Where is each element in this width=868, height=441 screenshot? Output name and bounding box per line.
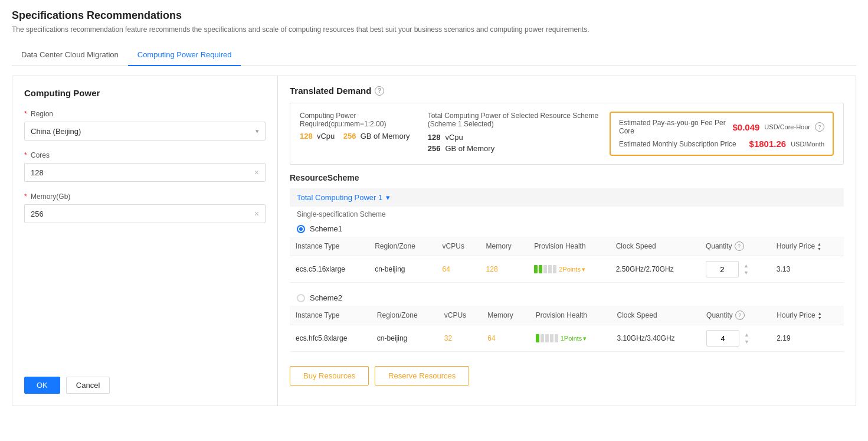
scheme1-col-memory: Memory [480, 237, 529, 256]
clear-cores-icon[interactable]: × [254, 168, 259, 177]
scheme2-name: Scheme2 [310, 293, 342, 302]
left-panel: Computing Power * Region ▾ * Cores [12, 76, 278, 406]
scheme2-col-hourly-price: Hourly Price ▲ ▼ [771, 306, 844, 325]
scheme-title: Total Computing Power of Selected Resour… [428, 112, 610, 128]
scheme1-instance-type: ecs.c5.16xlarge [290, 256, 369, 283]
paygo-unit: USD/Core-Hour [764, 123, 810, 130]
monthly-label: Estimated Monthly Subscription Price [619, 140, 745, 148]
paygo-row: Estimated Pay-as-you-go Fee Per Core $0.… [619, 119, 824, 135]
sort2-icon[interactable]: ▲ ▼ [818, 311, 822, 320]
quantity2-info-icon[interactable]: ? [735, 311, 745, 320]
scheme1-hourly-price: 3.13 [771, 256, 844, 283]
pricing-box: Estimated Pay-as-you-go Fee Per Core $0.… [610, 112, 834, 156]
scheme1-region-zone: cn-beijing [369, 256, 436, 283]
qty1-down-arrow[interactable]: ▼ [743, 270, 749, 276]
region-label: * Region [24, 110, 266, 118]
scheme2-quantity-cell: ▲ ▼ [700, 325, 771, 352]
bottom-actions: Buy Resources Reserve Resources [290, 359, 844, 388]
scheme1-memory: 128 [480, 256, 529, 283]
scheme2-memory: 64 [482, 325, 529, 352]
health1-label[interactable]: 2Points ▾ [559, 266, 585, 273]
paygo-label: Estimated Pay-as-you-go Fee Per Core [619, 119, 728, 135]
chevron-down-icon: ▾ [256, 128, 259, 135]
scheme1-table: Instance Type Region/Zone vCPUs Memory P… [290, 237, 844, 283]
scheme1-col-vcpus: vCPUs [437, 237, 480, 256]
region-field: * Region ▾ [24, 110, 266, 141]
memory-input[interactable]: × [24, 204, 266, 223]
qty2-down-arrow[interactable]: ▼ [744, 339, 749, 345]
scheme1-name: Scheme1 [310, 224, 342, 233]
scheme1-radio[interactable] [297, 225, 305, 233]
quantity1-info-icon[interactable]: ? [735, 241, 744, 251]
clear-memory-icon[interactable]: × [254, 209, 259, 218]
memory-input-field[interactable] [31, 210, 236, 218]
scheme1-col-hourly-price: Hourly Price ▲ ▼ [771, 237, 844, 256]
cores-label: * Cores [24, 151, 266, 159]
chevron-down-group-icon: ▾ [386, 193, 390, 202]
page-subtitle: The specifications recommendation featur… [12, 25, 856, 34]
scheme1-table-header: Instance Type Region/Zone vCPUs Memory P… [290, 237, 844, 256]
reserve-resources-button[interactable]: Reserve Resources [375, 366, 469, 386]
cores-input-field[interactable] [31, 168, 236, 177]
main-content: Computing Power * Region ▾ * Cores [12, 76, 856, 406]
paygo-price: $0.049 [732, 122, 759, 132]
qty2-up-arrow[interactable]: ▲ [744, 332, 749, 338]
cores-input[interactable]: × [24, 163, 266, 182]
selected-vcpu-unit: vCpu [445, 133, 463, 142]
scheme1-option: Scheme1 [290, 221, 844, 237]
monthly-unit: USD/Month [791, 141, 824, 148]
buy-resources-button[interactable]: Buy Resources [290, 366, 369, 386]
page-title: Specifications Recommendations [12, 9, 856, 22]
demand-box: Computing Power Required(cpu:mem=1:2.00)… [290, 103, 844, 165]
scheme2-radio[interactable] [297, 294, 305, 302]
qty1-up-arrow[interactable]: ▲ [743, 263, 749, 269]
scheme2-option: Scheme2 [290, 290, 844, 306]
selected-memory-value: 256 [428, 144, 441, 153]
right-panel: Translated Demand ? Computing Power Requ… [278, 76, 856, 406]
cancel-button[interactable]: Cancel [66, 377, 110, 394]
required-star-memory: * [24, 192, 27, 201]
selected-memory-unit: GB of Memory [445, 144, 494, 153]
scheme2-col-region-zone: Region/Zone [371, 306, 438, 325]
scheme1-clock-speed: 2.50GHz/2.70GHz [610, 256, 700, 283]
selected-vcpu-value: 128 [428, 133, 441, 142]
scheme2-col-clock-speed: Clock Speed [611, 306, 701, 325]
scheme2-clock-speed: 3.10GHz/3.40GHz [611, 325, 701, 352]
region-input-field[interactable] [31, 127, 236, 136]
scheme2-region-zone: cn-beijing [371, 325, 438, 352]
selected-vcpu-row: 128 vCpu [428, 133, 610, 142]
translated-demand-title: Translated Demand ? [290, 86, 844, 96]
scheme1-col-instance-type: Instance Type [290, 237, 369, 256]
info-icon[interactable]: ? [375, 86, 384, 96]
scheme2-table-header: Instance Type Region/Zone vCPUs Memory P… [290, 306, 844, 325]
region-input[interactable]: ▾ [24, 122, 266, 141]
paygo-info-icon[interactable]: ? [815, 122, 824, 132]
scheme2-col-provision-health: Provision Health [530, 306, 611, 325]
demand-values: 128 vCpu 256 GB of Memory [300, 132, 410, 141]
resource-scheme-section: ResourceScheme Total Computing Power 1 ▾… [290, 173, 844, 388]
scheme2-hourly-price: 2.19 [771, 325, 844, 352]
scheme2-vcpus: 32 [438, 325, 482, 352]
scheme2-col-memory: Memory [482, 306, 529, 325]
required-star-region: * [24, 110, 27, 118]
scheme1-col-region-zone: Region/Zone [369, 237, 436, 256]
left-panel-actions: OK Cancel [24, 365, 266, 394]
sort1-icon[interactable]: ▲ ▼ [817, 242, 821, 251]
scheme-group-header[interactable]: Total Computing Power 1 ▾ [290, 188, 844, 207]
demand-left: Computing Power Required(cpu:mem=1:2.00)… [300, 112, 410, 141]
tab-computing-power[interactable]: Computing Power Required [128, 44, 241, 66]
scheme2-col-instance-type: Instance Type [290, 306, 371, 325]
scheme2-col-vcpus: vCPUs [438, 306, 482, 325]
scheme1-col-quantity: Quantity ? [700, 237, 771, 256]
scheme1-row-1: ecs.c5.16xlarge cn-beijing 64 128 [290, 256, 844, 283]
tab-data-center[interactable]: Data Center Cloud Migration [12, 44, 128, 66]
ok-button[interactable]: OK [24, 377, 60, 394]
scheme2-instance-type: ecs.hfc5.8xlarge [290, 325, 371, 352]
scheme1-provision-health: 2Points ▾ [528, 256, 610, 283]
monthly-price: $1801.26 [749, 139, 787, 149]
health2-label[interactable]: 1Points ▾ [561, 335, 587, 342]
scheme1-quantity-input[interactable] [706, 261, 739, 277]
selected-memory-row: 256 GB of Memory [428, 144, 610, 153]
scheme2-quantity-input[interactable] [706, 330, 739, 347]
scheme1-quantity-cell: ▲ ▼ [700, 256, 771, 283]
